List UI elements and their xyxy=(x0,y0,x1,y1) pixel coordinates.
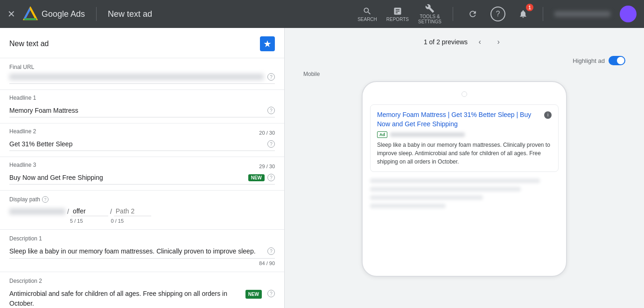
phone-blur-content xyxy=(370,178,559,208)
description1-section: Description 1 Sleep like a baby in our m… xyxy=(0,230,284,272)
desc1-help-icon[interactable]: ? xyxy=(267,247,275,255)
refresh-button[interactable] xyxy=(464,6,481,22)
desc1-input[interactable]: Sleep like a baby in our memory foam mat… xyxy=(9,246,275,259)
notification-badge: 1 xyxy=(526,4,533,11)
headline1-row: Headline 1 Memory Foam Mattress ? xyxy=(0,90,284,117)
ad-badge: Ad xyxy=(377,131,387,138)
tools-nav-label: TOOLS & SETTINGS xyxy=(418,14,441,24)
blur-line-3 xyxy=(370,195,483,200)
headline2-counter: 20 / 30 xyxy=(259,130,275,136)
preview-header: 1 of 2 previews ‹ › xyxy=(285,28,644,56)
path-counters: 5 / 15 0 / 15 xyxy=(9,218,275,224)
blur-line-4 xyxy=(370,204,446,208)
desc1-counter: 84 / 90 xyxy=(9,260,275,266)
phone-mockup: Memory Foam Mattress | Get 31% Better Sl… xyxy=(362,81,567,277)
ai-assist-button[interactable] xyxy=(260,36,275,51)
desc2-header: Description 2 xyxy=(9,278,275,287)
headline3-row: Headline 3 29 / 30 Buy Now and Get Free … xyxy=(0,157,284,185)
preview-prev-button[interactable]: ‹ xyxy=(473,35,486,48)
headline3-label: Headline 3 xyxy=(9,162,36,168)
nav-separator-1 xyxy=(453,7,453,21)
panel-header: New text ad xyxy=(0,28,284,58)
svg-line-3 xyxy=(30,8,36,19)
help-button[interactable]: ? xyxy=(490,7,505,21)
tools-nav-item[interactable]: TOOLS & SETTINGS xyxy=(418,4,441,24)
main-layout: New text ad Final URL ? Headline 1 xyxy=(0,28,644,308)
headline3-input[interactable]: Buy Now and Get Free Shipping NEW ? xyxy=(9,173,275,185)
path1-input[interactable] xyxy=(71,206,108,216)
logo: Google Ads xyxy=(23,7,85,21)
left-panel: New text ad Final URL ? Headline 1 xyxy=(0,28,285,308)
highlight-row: Highlight ad xyxy=(285,56,644,71)
search-icon xyxy=(363,7,372,16)
description2-section: Description 2 Antimicrobial and safe for… xyxy=(0,272,284,308)
headline1-section: Headline 1 Memory Foam Mattress ? xyxy=(0,90,284,123)
path2-counter: 0 / 15 xyxy=(111,218,124,224)
ai-star-icon xyxy=(263,40,272,48)
display-path-help-icon[interactable]: ? xyxy=(42,196,49,203)
search-nav-item[interactable]: SEARCH xyxy=(357,7,377,22)
headline1-help-icon[interactable]: ? xyxy=(267,107,275,114)
reports-nav-item[interactable]: REPORTS xyxy=(386,7,409,22)
desc2-help-icon[interactable]: ? xyxy=(267,290,275,297)
url-value xyxy=(9,74,264,80)
desc2-value: Antimicrobial and safe for children of a… xyxy=(9,289,243,308)
right-panel: 1 of 2 previews ‹ › Highlight ad Mobile … xyxy=(285,28,644,308)
path-separator-2: / xyxy=(110,208,112,215)
preview-next-button[interactable]: › xyxy=(492,35,505,48)
headline3-help-icon[interactable]: ? xyxy=(267,174,275,181)
desc1-header: Description 1 xyxy=(9,235,275,245)
close-button[interactable]: ✕ xyxy=(7,8,15,20)
desc1-label: Description 1 xyxy=(9,235,42,242)
desc2-label: Description 2 xyxy=(9,278,42,284)
display-path-section: Display path ? / / 5 / 15 0 / 15 xyxy=(0,191,284,230)
headline1-label: Headline 1 xyxy=(9,95,36,101)
ad-url-value xyxy=(390,132,465,137)
svg-line-2 xyxy=(24,8,30,19)
refresh-icon xyxy=(468,9,477,19)
preview-counter: 1 of 2 previews xyxy=(424,38,468,46)
search-nav-label: SEARCH xyxy=(357,17,377,22)
ad-info-icon[interactable]: i xyxy=(544,111,552,119)
phone-preview-wrap: Memory Foam Mattress | Get 31% Better Sl… xyxy=(285,81,644,277)
top-navigation: ✕ Google Ads New text ad SEARCH REPORTS xyxy=(0,0,644,28)
panel-title: New text ad xyxy=(9,40,49,48)
ad-headline: Memory Foam Mattress | Get 31% Better Sl… xyxy=(377,110,552,129)
user-avatar[interactable] xyxy=(620,6,637,22)
tools-icon xyxy=(425,4,434,13)
ad-url-row: Ad xyxy=(377,131,552,138)
path-base-url xyxy=(9,208,65,215)
headline2-value: Get 31% Better Sleep xyxy=(9,140,267,148)
highlight-toggle[interactable] xyxy=(609,56,625,65)
headline2-input[interactable]: Get 31% Better Sleep ? xyxy=(9,139,275,151)
headline2-header: Headline 2 20 / 30 xyxy=(9,128,275,137)
desc2-new-badge: NEW xyxy=(245,290,262,299)
nav-separator-2 xyxy=(543,7,543,21)
account-name xyxy=(554,11,610,17)
mobile-label: Mobile xyxy=(285,71,644,81)
bell-svg-icon xyxy=(518,9,528,19)
path-separator-1: / xyxy=(67,208,69,215)
desc1-value: Sleep like a baby in our memory foam mat… xyxy=(9,246,262,256)
phone-camera xyxy=(462,91,467,97)
google-ads-logo-icon xyxy=(23,7,38,21)
ad-description-text: Sleep like a baby in our memory foam mat… xyxy=(377,141,552,166)
final-url-help-icon[interactable]: ? xyxy=(267,73,275,81)
headline2-help-icon[interactable]: ? xyxy=(267,140,275,148)
headline1-input[interactable]: Memory Foam Mattress ? xyxy=(9,106,275,117)
reports-nav-label: REPORTS xyxy=(386,17,409,22)
blur-line-1 xyxy=(370,178,540,183)
headline2-row: Headline 2 20 / 30 Get 31% Better Sleep … xyxy=(0,123,284,151)
ad-headline-text: Memory Foam Mattress | Get 31% Better Sl… xyxy=(377,110,541,129)
nav-divider xyxy=(96,7,97,21)
headline3-new-badge: NEW xyxy=(248,174,265,181)
reports-icon xyxy=(393,7,402,16)
headline2-label: Headline 2 xyxy=(9,128,36,135)
path2-input[interactable] xyxy=(114,206,151,216)
final-url-label: Final URL xyxy=(9,64,275,70)
final-url-input[interactable]: ? xyxy=(9,73,275,84)
desc2-input[interactable]: Antimicrobial and safe for children of a… xyxy=(9,289,275,308)
notifications-button[interactable]: 1 xyxy=(515,6,532,22)
path1-counter: 5 / 15 xyxy=(70,218,83,224)
headline3-counter: 29 / 30 xyxy=(259,164,275,169)
